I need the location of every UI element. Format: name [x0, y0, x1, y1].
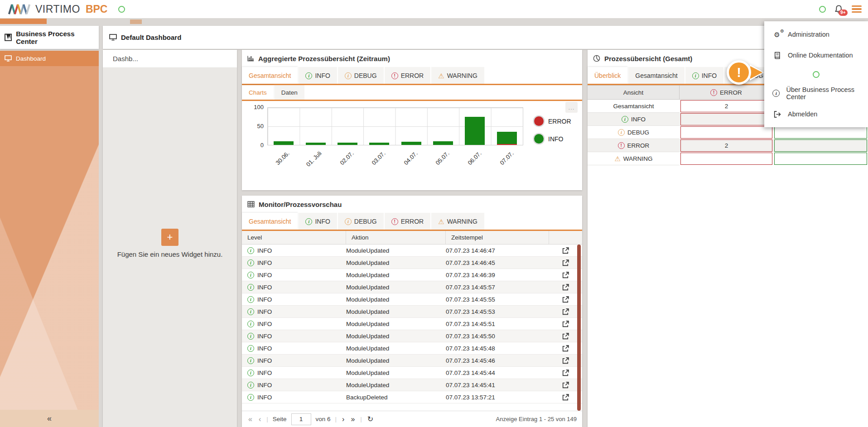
debug-info-icon: i [345, 72, 352, 79]
sidebar-title: Business Process Center [16, 30, 94, 45]
external-link-icon [562, 259, 569, 267]
bar-segment-info [497, 132, 517, 144]
info-icon: i [247, 333, 254, 340]
tab-label: DEBUG [354, 218, 377, 225]
column-resize-handle[interactable] [130, 19, 142, 24]
table-row[interactable]: iINFO ModuleUpdated 07.07.23 14:45:50 [242, 330, 582, 342]
level-label: INFO [257, 296, 272, 303]
aktion-cell: ModuleUpdated [346, 345, 446, 352]
external-link-icon [562, 308, 569, 316]
y-tick-0: 0 [247, 142, 264, 149]
level-label: INFO [257, 333, 272, 340]
next-page-button[interactable]: › [341, 415, 345, 423]
panel-header: Aggregierte Prozessübersicht (Zeitraum) [242, 50, 582, 67]
external-link-icon [562, 320, 569, 328]
dashboard-column-body: + Fügen Sie ein neues Widget hinzu. [103, 67, 237, 427]
info-icon: i [247, 382, 254, 389]
table-row[interactable]: iINFO ModuleUpdated 07.07.23 14:45:53 [242, 306, 582, 318]
info-icon: i [247, 345, 254, 352]
pagination-status: Anzeige Eintrag 1 - 25 von 149 [496, 416, 577, 422]
error-count-cell [680, 126, 772, 139]
info-icon: i [305, 218, 312, 225]
notifications-button[interactable]: 9+ [834, 5, 844, 14]
tab-info[interactable]: iINFO [299, 67, 337, 84]
x-axis-label: 30.06. [264, 150, 291, 177]
tab-label: Gesamtansicht [249, 72, 291, 79]
tab-info[interactable]: iINFO [685, 67, 723, 84]
menu-item-administration[interactable]: ⚙⚙ Administration [764, 24, 868, 45]
subtab-daten[interactable]: Daten [275, 85, 304, 100]
add-widget-button[interactable]: + [161, 229, 178, 246]
tab-debug[interactable]: iDEBUG [338, 213, 384, 230]
level-label: INFO [257, 345, 272, 352]
main-menu-button[interactable] [852, 5, 862, 13]
zeitstempel-cell: 07.07.23 14:45:53 [446, 308, 549, 315]
bar-segment-info [465, 117, 485, 145]
menu-item-logout[interactable]: Abmelden [764, 104, 868, 125]
column-header-level[interactable]: Level [242, 231, 346, 244]
subtab-charts[interactable]: Charts [242, 85, 274, 100]
tab-warning[interactable]: ⚠WARNING [431, 67, 484, 84]
info-icon: i [247, 259, 254, 266]
tab-gesamtansicht[interactable]: Gesamtansicht [242, 67, 298, 84]
refresh-button[interactable]: ↻ [366, 415, 374, 423]
tab-debug[interactable]: iDEBUG [338, 67, 384, 84]
info-icon: i [247, 357, 254, 364]
page-number-input[interactable] [291, 413, 311, 425]
table-row[interactable]: iINFO ModuleUpdated 07.07.23 14:45:51 [242, 318, 582, 330]
chart-more-button[interactable]: ... [565, 102, 578, 113]
logout-icon [772, 110, 781, 118]
external-link-icon [562, 296, 569, 303]
sidebar-accent-strip [0, 19, 47, 24]
monitor-icon [5, 55, 12, 62]
column-header-aktion[interactable]: Aktion [346, 231, 446, 244]
table-row[interactable]: iINFO ModuleUpdated 07.07.23 14:45:55 [242, 293, 582, 306]
first-page-button[interactable]: « [247, 415, 253, 423]
tab-label: Gesamtansicht [249, 218, 291, 225]
tab-error[interactable]: !ERROR [385, 67, 431, 84]
zeitstempel-cell: 07.07.23 14:46:39 [446, 272, 549, 278]
gears-icon: ⚙⚙ [772, 31, 781, 38]
menu-item-about[interactable]: i Über Business Process Center [764, 83, 868, 104]
prev-page-button[interactable]: ‹ [258, 415, 262, 423]
table-row[interactable]: iINFO ModuleUpdated 07.07.23 14:46:45 [242, 257, 582, 269]
vertical-scrollbar[interactable] [577, 245, 581, 411]
info-icon: i [247, 394, 254, 401]
sidebar-item-dashboard[interactable]: Dashboard [0, 51, 99, 66]
table-row[interactable]: iINFO ModuleUpdated 07.07.23 14:46:39 [242, 269, 582, 281]
tab-gesamtansicht[interactable]: Gesamtansicht [242, 213, 298, 230]
table-row[interactable]: iINFO ModuleUpdated 07.07.23 14:46:47 [242, 245, 582, 257]
table-row[interactable]: iINFO ModuleUpdated 07.07.23 14:45:46 [242, 355, 582, 367]
menu-loading-row [764, 66, 868, 83]
table-row[interactable]: iINFO ModuleUpdated 07.07.23 14:45:57 [242, 281, 582, 293]
menu-item-online-dokumentation[interactable]: Online Dokumentation [764, 45, 868, 66]
tab-warning[interactable]: ⚠WARNING [431, 213, 484, 230]
aktion-cell: ModuleUpdated [346, 321, 446, 327]
level-tabs: Gesamtansicht iINFO iDEBUG !ERROR ⚠WARNI… [242, 67, 582, 85]
bar-column [395, 108, 427, 145]
aktion-cell: ModuleUpdated [346, 382, 446, 389]
sidebar-item-label: Dashboard [16, 55, 46, 62]
table-row[interactable]: iINFO ModuleUpdated 07.07.23 14:45:48 [242, 342, 582, 355]
sidebar-collapse-button[interactable]: « [0, 410, 99, 427]
tab-label: INFO [315, 218, 330, 225]
table-row[interactable]: iINFO ModuleUpdated 07.07.23 14:45:44 [242, 367, 582, 379]
tab-ueberblick[interactable]: Überblick [588, 67, 627, 84]
tab-gesamtansicht[interactable]: Gesamtansicht [628, 67, 684, 84]
aggregated-overview-panel: Aggregierte Prozessübersicht (Zeitraum) … [242, 50, 582, 190]
tab-info[interactable]: iINFO [299, 213, 337, 230]
aktion-cell: ModuleUpdated [346, 357, 446, 364]
column-header-zeitstempel[interactable]: Zeitstempel [446, 231, 549, 244]
table-row[interactable]: iINFO BackupDeleted 07.07.23 13:57:21 [242, 391, 582, 403]
page-title: Default Dashboard [121, 34, 181, 41]
level-label: INFO [257, 308, 272, 315]
info-count-cell [774, 126, 867, 139]
aktion-cell: ModuleUpdated [346, 272, 446, 278]
bar-segment-info [401, 142, 421, 145]
exclamation-badge-icon[interactable]: ! [727, 60, 751, 85]
last-page-button[interactable]: » [350, 415, 356, 423]
level-label: INFO [257, 321, 272, 327]
tab-error[interactable]: !ERROR [385, 213, 431, 230]
table-row[interactable]: iINFO ModuleUpdated 07.07.23 14:45:41 [242, 379, 582, 391]
aktion-cell: BackupDeleted [346, 394, 446, 401]
